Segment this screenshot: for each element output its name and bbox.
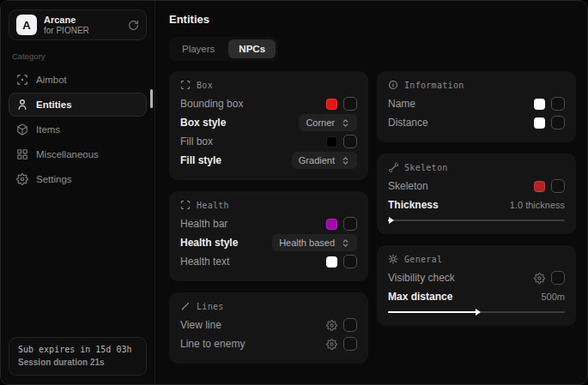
- person-icon: [16, 99, 28, 111]
- card-title: Box: [197, 81, 213, 90]
- sidebar-item-label: Miscellaneous: [36, 149, 99, 159]
- color-swatch[interactable]: [534, 117, 545, 129]
- color-swatch[interactable]: [534, 181, 545, 192]
- fill-style-dropdown[interactable]: Gradient: [292, 152, 357, 169]
- bounding-box-checkbox[interactable]: [343, 97, 357, 111]
- slider-handle[interactable]: [388, 311, 476, 313]
- view-line-row: View line: [180, 316, 357, 334]
- card-title: Information: [404, 81, 464, 90]
- info-icon: [388, 80, 398, 90]
- sidebar-item-miscellaneous[interactable]: Miscellaneous: [9, 142, 147, 166]
- sidebar-item-label: Settings: [36, 174, 72, 184]
- page-title: Entities: [169, 13, 576, 26]
- distance-row: Distance: [388, 113, 565, 132]
- skeleton-checkbox[interactable]: [551, 179, 565, 193]
- sidebar-nav: Aimbot Entities Items Miscellaneous Sett…: [9, 68, 147, 191]
- sync-icon[interactable]: [128, 20, 139, 31]
- sidebar-item-items[interactable]: Items: [9, 117, 147, 141]
- dropdown-value: Corner: [306, 117, 335, 128]
- tab-players[interactable]: Players: [172, 39, 225, 58]
- app-window: A Arcane for PIONER Category Aimbot Enti…: [0, 0, 588, 385]
- category-label: Category: [12, 51, 143, 61]
- view-line-settings-button[interactable]: [326, 320, 337, 331]
- fill-style-row: Fill style Gradient: [180, 151, 357, 170]
- gear-icon: [326, 339, 337, 350]
- color-swatch[interactable]: [326, 219, 337, 230]
- brand-card: A Arcane for PIONER: [9, 9, 147, 40]
- sidebar-item-entities[interactable]: Entities: [9, 93, 147, 117]
- session-duration-text: Session duration 21s: [18, 358, 137, 367]
- sidebar-item-label: Items: [36, 124, 60, 135]
- slider-track: [388, 220, 565, 221]
- card-title: General: [404, 255, 442, 264]
- distance-checkbox[interactable]: [551, 116, 565, 129]
- line-to-enemy-settings-button[interactable]: [326, 339, 337, 350]
- card-title: Health: [197, 201, 229, 210]
- color-swatch[interactable]: [326, 99, 337, 110]
- line-to-enemy-checkbox[interactable]: [343, 337, 357, 351]
- color-swatch[interactable]: [326, 256, 337, 268]
- information-card: Information Name Distance: [377, 71, 576, 142]
- row-label: Fill box: [180, 135, 213, 147]
- color-swatch[interactable]: [534, 99, 545, 110]
- max-distance-slider[interactable]: [388, 309, 565, 316]
- crosshair-icon: [16, 74, 28, 86]
- sun-icon: [388, 254, 398, 264]
- row-label: View line: [180, 319, 221, 331]
- row-label: Thickness: [388, 199, 439, 211]
- color-swatch[interactable]: [326, 136, 337, 147]
- card-title: Lines: [197, 302, 224, 311]
- unfold-icon: [341, 238, 350, 248]
- row-label: Health bar: [180, 218, 227, 230]
- row-label: Visibility check: [388, 272, 455, 284]
- grid-icon: [16, 148, 28, 160]
- thickness-row: Thickness 1.0 thickness: [388, 196, 565, 214]
- sidebar: A Arcane for PIONER Category Aimbot Enti…: [1, 1, 155, 384]
- gear-icon: [16, 173, 28, 185]
- sidebar-item-aimbot[interactable]: Aimbot: [9, 68, 147, 92]
- row-label: Bounding box: [180, 98, 243, 110]
- health-style-dropdown[interactable]: Health based: [272, 234, 357, 251]
- app-subtitle: for PIONER: [44, 26, 121, 36]
- gear-icon: [534, 273, 545, 284]
- sidebar-item-settings[interactable]: Settings: [9, 167, 147, 191]
- card-title: Skeleton: [404, 163, 448, 172]
- main-panel: Entities Players NPCs Box Bounding box: [155, 1, 587, 384]
- visibility-check-checkbox[interactable]: [551, 271, 565, 285]
- lines-card: Lines View line Line to enemy: [169, 292, 368, 364]
- tab-npcs[interactable]: NPCs: [228, 39, 276, 58]
- row-label: Skeleton: [388, 180, 428, 192]
- scan-icon: [180, 200, 191, 210]
- max-distance-value: 500m: [541, 292, 565, 302]
- visibility-check-settings-button[interactable]: [534, 273, 545, 284]
- health-style-row: Health style Health based: [180, 233, 357, 252]
- gear-icon: [326, 320, 337, 331]
- bounding-box-row: Bounding box: [180, 94, 357, 113]
- row-label: Box style: [180, 117, 226, 129]
- dropdown-value: Health based: [279, 238, 335, 248]
- scan-icon: [180, 80, 191, 90]
- tab-bar: Players NPCs: [169, 37, 278, 61]
- health-bar-row: Health bar: [180, 214, 357, 233]
- max-distance-row: Max distance 500m: [388, 287, 565, 306]
- skeleton-card: Skeleton Skeleton Thickness 1.0 thicknes…: [377, 153, 576, 234]
- view-line-checkbox[interactable]: [343, 318, 357, 332]
- box-style-row: Box style Corner: [180, 113, 357, 132]
- line-to-enemy-row: Line to enemy: [180, 334, 357, 353]
- name-checkbox[interactable]: [551, 97, 565, 111]
- subscription-card: Sub expires in 15d 03h Session duration …: [9, 337, 147, 376]
- fill-box-row: Fill box: [180, 132, 357, 151]
- sub-expires-text: Sub expires in 15d 03h: [18, 345, 137, 354]
- thickness-slider[interactable]: [388, 217, 565, 224]
- fill-box-checkbox[interactable]: [343, 135, 357, 148]
- box-style-dropdown[interactable]: Corner: [299, 114, 357, 131]
- health-bar-checkbox[interactable]: [343, 217, 357, 231]
- row-label: Distance: [388, 117, 428, 129]
- row-label: Fill style: [180, 154, 221, 166]
- unfold-icon: [341, 118, 350, 128]
- sidebar-scrollbar-thumb[interactable]: [150, 89, 153, 108]
- slider-handle[interactable]: [388, 220, 390, 221]
- box-card: Box Bounding box Box style Corner: [169, 71, 368, 180]
- health-text-checkbox[interactable]: [343, 255, 357, 268]
- unfold-icon: [341, 156, 350, 165]
